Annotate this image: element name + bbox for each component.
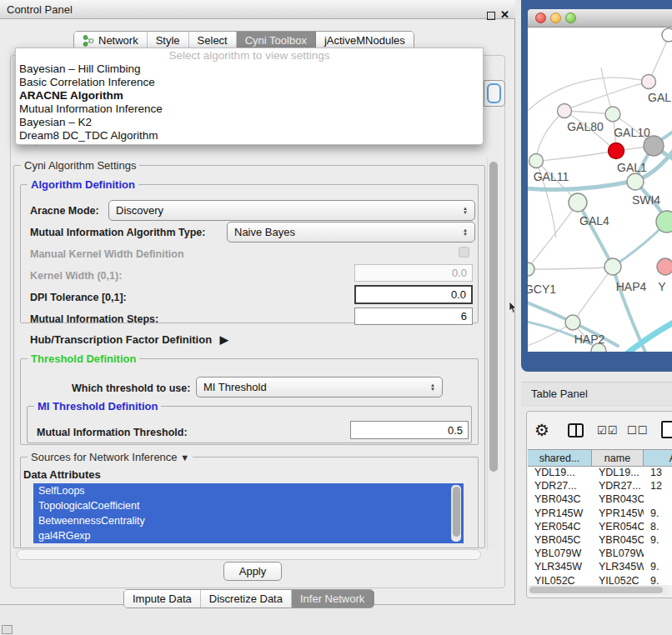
tab-network-label: Network <box>98 34 138 47</box>
tab-discretize-data[interactable]: Discretize Data <box>201 590 292 608</box>
node-gal1-selected[interactable] <box>609 143 624 159</box>
tab-network[interactable]: Network <box>74 32 148 49</box>
expand-right-icon: ▶ <box>220 333 228 346</box>
dpi-tolerance-label: DPI Tolerance [0,1]: <box>30 292 127 303</box>
columns-icon[interactable] <box>568 423 584 438</box>
checked-checkboxes-icon[interactable]: ☑☑ <box>597 424 618 437</box>
sources-title[interactable]: Sources for Network Inference ▼ <box>28 451 193 463</box>
which-threshold-label: Which threshold to use: <box>72 382 190 394</box>
table-row[interactable]: YBR043CYBR043C <box>528 493 672 507</box>
close-traffic-light-icon[interactable] <box>535 12 546 23</box>
dropdown-item[interactable]: Mutual Information Inference <box>16 102 483 116</box>
hub-definition-expander[interactable]: Hub/Transcription Factor Definition ▶ <box>30 333 228 346</box>
restore-window-icon[interactable] <box>487 12 495 20</box>
settings-vscrollbar-thumb[interactable] <box>489 162 498 472</box>
node-gal10[interactable] <box>605 107 620 122</box>
grip-icon[interactable] <box>2 625 13 634</box>
aracne-mode-select[interactable]: Discovery ▲▼ <box>108 200 475 221</box>
minimize-traffic-light-icon[interactable] <box>550 12 561 23</box>
algorithm-combo-fragment[interactable] <box>484 80 505 107</box>
network-icon <box>83 35 94 47</box>
dropdown-item[interactable]: Bayesian – Hill Climbing <box>16 62 483 76</box>
dropdown-item[interactable]: Bayesian – K2 <box>16 116 483 129</box>
tab-style[interactable]: Style <box>148 32 189 49</box>
tab-select[interactable]: Select <box>189 32 237 49</box>
list-item[interactable]: TopologicalCoefficient <box>33 498 464 513</box>
node-table: shared... name A YDL19...YDL19...13 YDR2… <box>528 449 672 585</box>
table-row[interactable]: YBR045CYBR045C9. <box>528 534 672 548</box>
node-partial-top[interactable] <box>662 28 672 42</box>
mi-steps-input[interactable]: 6 <box>354 308 473 325</box>
table-row[interactable]: YBL079WYBL079W <box>528 548 672 561</box>
node-label: HAP2 <box>574 332 605 346</box>
table-header: shared... name A <box>528 449 672 467</box>
table-hscrollbar-thumb[interactable] <box>529 587 663 593</box>
which-threshold-select[interactable]: MI Threshold ▲▼ <box>196 377 443 398</box>
node-label: Y <box>658 280 665 293</box>
settings-vscrollbar[interactable] <box>487 158 499 550</box>
table-hscrollbar[interactable] <box>528 585 669 595</box>
group-title: MI Threshold Definition <box>34 400 161 412</box>
mi-threshold-input[interactable]: 0.5 <box>350 421 469 439</box>
node-gal11[interactable] <box>529 154 544 168</box>
dropdown-item-aracne[interactable]: ARACNE Algorithm <box>16 89 483 102</box>
table-row[interactable]: YLR345WYLR345W9. <box>528 561 672 574</box>
node-hap4[interactable] <box>604 258 621 275</box>
kernel-width-input[interactable]: 0.0 <box>354 264 473 282</box>
table-row[interactable]: YPR145WYPR145W9. <box>528 508 672 521</box>
attributes-scrollbar[interactable] <box>451 485 461 542</box>
apply-button[interactable]: Apply <box>223 562 282 581</box>
node-gcy1[interactable] <box>528 262 534 276</box>
node-hap2[interactable] <box>565 315 580 330</box>
table-row[interactable]: YDL19...YDL19...13 <box>528 467 672 480</box>
network-canvas[interactable]: GAL GAL80 GAL10 GAL1 GAL11 SWI4 GAL4 GCY… <box>528 28 672 352</box>
dpi-tolerance-input[interactable]: 0.0 <box>354 285 473 304</box>
node-gal4[interactable] <box>569 193 587 212</box>
attributes-scrollbar-thumb[interactable] <box>453 487 460 537</box>
group-title: Cyni Algorithm Settings <box>21 159 139 172</box>
list-item[interactable]: SelfLoops <box>33 483 464 498</box>
list-item[interactable]: BetweennessCentrality <box>33 513 464 528</box>
unchecked-checkboxes-icon[interactable]: ☐☐ <box>627 424 648 437</box>
table-row[interactable]: YER054CYER054C8. <box>528 521 672 534</box>
column-header-partial[interactable]: A <box>644 450 672 466</box>
table-row[interactable]: YIL052CYIL052C9. <box>528 575 672 586</box>
table-panel-titlebar[interactable]: Table Panel <box>521 382 672 406</box>
mi-threshold-label: Mutual Information Threshold: <box>37 427 188 438</box>
spinner-arrows-icon: ▲▼ <box>458 207 468 215</box>
dropdown-item[interactable]: Dream8 DC_TDC Algorithm <box>16 129 483 142</box>
bottom-tabs: Impute Data Discretize Data Infer Networ… <box>123 589 374 608</box>
node-label: GAL4 <box>579 214 609 228</box>
node-green-right[interactable] <box>656 211 672 232</box>
node-gal80[interactable] <box>558 104 572 118</box>
mi-algorithm-type-select[interactable]: Naive Bayes ▲▼ <box>227 222 475 242</box>
close-icon[interactable]: ✕ <box>500 8 509 21</box>
kernel-width-label: Kernel Width (0,1): <box>30 270 122 282</box>
gear-icon[interactable]: ⚙ <box>534 420 549 440</box>
data-attributes-label: Data Attributes <box>23 468 101 481</box>
tab-infer-network[interactable]: Infer Network <box>292 590 374 608</box>
column-header-shared-name[interactable]: shared... <box>528 450 592 466</box>
tab-cyni-toolbox[interactable]: Cyni Toolbox <box>237 32 316 49</box>
list-item[interactable]: gal4RGexp <box>33 528 464 543</box>
node-label: GCY1 <box>528 282 556 296</box>
node-swi4[interactable] <box>627 173 644 190</box>
manual-kernel-width-checkbox[interactable] <box>459 247 469 258</box>
node-label: GAL80 <box>567 120 604 133</box>
tab-impute-data[interactable]: Impute Data <box>124 590 201 608</box>
table-row[interactable]: YDR27...YDR27...12 <box>528 480 672 493</box>
node-gal-cut[interactable] <box>642 75 656 89</box>
combo-focus-ring <box>487 83 501 103</box>
network-window-titlebar[interactable] <box>528 9 672 28</box>
document-icon[interactable] <box>661 421 672 438</box>
tab-jactivemnodules[interactable]: jActiveMNodules <box>316 32 414 49</box>
node-salmon-right[interactable] <box>657 258 672 275</box>
node-label: HAP4 <box>616 280 647 293</box>
collapse-down-icon: ▼ <box>180 452 189 462</box>
zoom-traffic-light-icon[interactable] <box>565 12 576 23</box>
column-header-name[interactable]: name <box>592 450 644 466</box>
control-panel-titlebar[interactable]: Control Panel <box>0 0 515 19</box>
dropdown-item[interactable]: Basic Correlation Inference <box>16 76 483 89</box>
group-title: Algorithm Definition <box>28 178 138 191</box>
settings-hscrollbar[interactable] <box>17 549 481 560</box>
